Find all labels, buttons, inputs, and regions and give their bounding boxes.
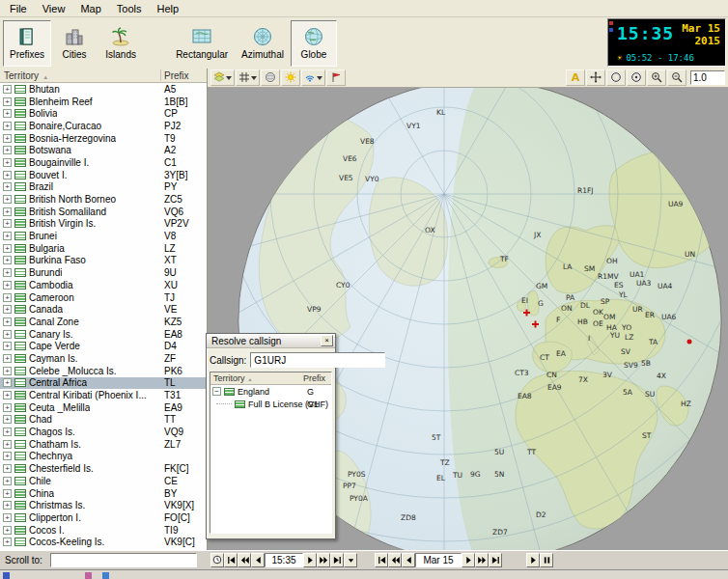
time-rewind-button[interactable] — [238, 553, 251, 567]
expand-icon[interactable]: + — [3, 293, 12, 302]
expand-icon[interactable]: + — [3, 538, 12, 546]
expand-icon[interactable]: + — [3, 158, 12, 167]
grid-button[interactable] — [236, 69, 260, 86]
territory-row[interactable]: +ChadTT — [0, 414, 207, 427]
expand-icon[interactable]: + — [3, 342, 12, 350]
callsign-input[interactable] — [250, 352, 385, 368]
expand-icon[interactable]: + — [3, 244, 12, 253]
expand-icon[interactable]: + — [3, 134, 12, 143]
territory-row[interactable]: +Celebe _Molucca Is.PK6 — [0, 365, 207, 377]
expand-icon[interactable]: + — [3, 85, 12, 94]
map-style-button[interactable] — [210, 69, 235, 86]
prefixes-button[interactable]: Prefixes — [3, 20, 51, 67]
taskbar-app-icon[interactable] — [85, 572, 92, 579]
zoom-out-button[interactable] — [667, 69, 686, 86]
territory-row[interactable]: +British SomalilandVQ6 — [0, 206, 207, 218]
clock-panel[interactable]: 15:35 Mar 15 2015 ☀ 05:52 - 17:46 — [607, 18, 726, 67]
prefix-column-header[interactable]: Prefix — [164, 70, 189, 81]
territory-row[interactable]: +CambodiaXU — [0, 279, 207, 291]
column-divider[interactable] — [160, 69, 161, 81]
islands-button[interactable]: Islands — [98, 20, 144, 67]
territory-row[interactable]: +Central AfricaTL — [0, 377, 207, 390]
time-display[interactable]: 15:35 — [265, 553, 303, 567]
dialog-territory-row[interactable]: −EnglandG — [210, 385, 331, 398]
dropdown-arrow-icon[interactable] — [226, 76, 232, 80]
time-forward-button[interactable] — [317, 553, 330, 567]
dialog-close-button[interactable]: × — [321, 335, 333, 346]
menu-map[interactable]: Map — [72, 1, 108, 16]
menu-tools[interactable]: Tools — [109, 1, 150, 16]
menu-view[interactable]: View — [35, 1, 73, 16]
expand-icon[interactable]: + — [3, 354, 12, 363]
menu-help[interactable]: Help — [149, 1, 186, 16]
expand-icon[interactable]: + — [3, 195, 12, 204]
territory-row[interactable]: +BruneiV8 — [0, 230, 207, 242]
territory-row[interactable]: +Ceuta _MelillaEA9 — [0, 401, 207, 414]
dialog-title-bar[interactable]: Resolve callsign × — [207, 334, 335, 348]
expand-icon[interactable]: + — [3, 330, 12, 339]
territory-row[interactable]: +Chatham Is.ZL7 — [0, 438, 207, 451]
expand-icon[interactable]: + — [3, 146, 12, 154]
circle-button[interactable] — [606, 69, 626, 86]
taskbar-app-icon[interactable] — [102, 572, 109, 579]
dropdown-arrow-icon[interactable] — [251, 76, 257, 80]
pause-button[interactable] — [540, 553, 553, 567]
time-last-button[interactable] — [330, 553, 344, 567]
territory-row[interactable]: +Christmas Is.VK9[X] — [0, 499, 207, 511]
expand-icon[interactable]: + — [3, 501, 12, 510]
expand-icon[interactable]: + — [3, 452, 12, 460]
time-mode-button[interactable] — [210, 553, 224, 567]
rectangular-button[interactable]: Rectangular — [169, 20, 235, 67]
expand-icon[interactable]: + — [3, 281, 12, 290]
territory-row[interactable]: +CanadaVE — [0, 303, 207, 316]
time-dropdown-button[interactable] — [344, 553, 357, 567]
territory-column-header[interactable]: Territory — [0, 70, 48, 81]
territory-row[interactable]: +ChinaBY — [0, 487, 207, 500]
zoom-level-input[interactable] — [690, 70, 725, 85]
territory-row[interactable]: +BulgariaLZ — [0, 242, 207, 255]
result-territory-column[interactable]: Territory — [210, 373, 252, 383]
expand-icon[interactable]: + — [3, 367, 12, 375]
taskbar[interactable] — [0, 569, 728, 579]
center-button[interactable] — [627, 69, 646, 86]
result-prefix-column[interactable]: Prefix — [303, 373, 325, 383]
territory-row[interactable]: +CameroonTJ — [0, 291, 207, 304]
territory-row[interactable]: +BrazilPY — [0, 181, 207, 194]
expand-icon[interactable]: + — [3, 171, 12, 179]
scroll-to-input[interactable] — [50, 553, 197, 567]
territory-row[interactable]: +Cocos I.TI9 — [0, 524, 207, 537]
territory-row[interactable]: +Cayman Is.ZF — [0, 352, 207, 365]
menu-file[interactable]: File — [2, 1, 35, 16]
expand-icon[interactable]: + — [3, 489, 12, 498]
resolve-callsign-dialog[interactable]: Resolve callsign × Callsign: Territory P… — [206, 333, 336, 539]
territory-row[interactable]: +BoliviaCP — [0, 107, 207, 120]
territory-row[interactable]: +British North BorneoZC5 — [0, 193, 207, 206]
collapse-icon[interactable]: − — [212, 387, 221, 396]
taskbar-start-icon[interactable] — [3, 572, 10, 579]
expand-icon[interactable]: + — [3, 464, 12, 473]
expand-icon[interactable]: + — [3, 97, 12, 106]
date-prev-button[interactable] — [402, 553, 415, 567]
expand-icon[interactable]: + — [3, 182, 12, 191]
globe-shade-button[interactable] — [261, 69, 280, 86]
territory-row[interactable]: +ChileCE — [0, 475, 207, 487]
territory-row[interactable]: +Burundi9U — [0, 266, 207, 279]
territory-row[interactable]: +Bougainville I.C1 — [0, 156, 207, 169]
expand-icon[interactable]: + — [3, 207, 12, 216]
dialog-territory-row[interactable]: Full B License (VHF)G1 — [210, 398, 331, 410]
territory-row[interactable]: +Central Kiribati (Phoenix I...T31 — [0, 389, 207, 401]
territory-row[interactable]: +BhutanA5 — [0, 83, 207, 96]
time-first-button[interactable] — [224, 553, 238, 567]
date-first-button[interactable] — [375, 553, 388, 567]
expand-icon[interactable]: + — [3, 440, 12, 449]
territory-row[interactable]: +Clipperton I.FO[C] — [0, 511, 207, 524]
territory-row[interactable]: +Cape VerdeD4 — [0, 340, 207, 352]
expand-icon[interactable]: + — [3, 268, 12, 277]
expand-icon[interactable]: + — [3, 317, 12, 326]
territory-row[interactable]: +Canal ZoneKZ5 — [0, 316, 207, 328]
expand-icon[interactable]: + — [3, 256, 12, 264]
expand-icon[interactable]: + — [3, 427, 12, 436]
expand-icon[interactable]: + — [3, 305, 12, 314]
territory-row[interactable]: +Bouvet I.3Y[B] — [0, 169, 207, 181]
territory-row[interactable]: +Burkina FasoXT — [0, 255, 207, 267]
